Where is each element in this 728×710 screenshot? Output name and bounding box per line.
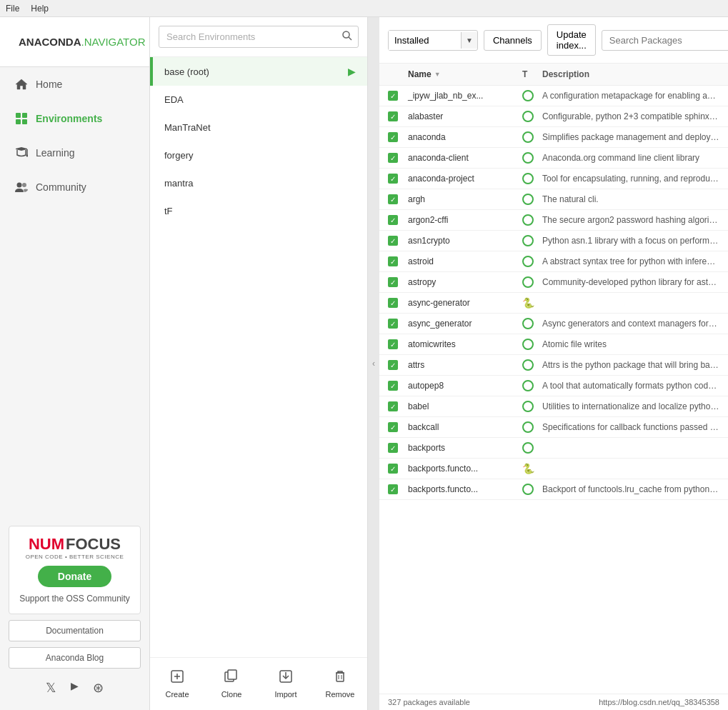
env-item-eda[interactable]: EDA xyxy=(150,86,367,114)
table-row: async-generator 🐍 xyxy=(379,293,728,314)
environments-panel: base (root) ▶ EDA ManTraNet forgery mant… xyxy=(150,17,368,710)
twitter-icon[interactable]: 𝕏 xyxy=(46,680,56,696)
env-item-label: ManTraNet xyxy=(164,122,356,133)
pkg-description: A configuration metapackage for enabling… xyxy=(542,91,719,101)
pkg-checkbox[interactable] xyxy=(388,381,408,391)
sidebar-item-community[interactable]: Community xyxy=(0,170,149,204)
menu-file[interactable]: File xyxy=(6,4,19,14)
channels-button[interactable]: Channels xyxy=(484,30,542,51)
pkg-checkbox[interactable] xyxy=(388,132,408,142)
pkg-description: Async generators and context managers fo… xyxy=(542,319,719,329)
header-name[interactable]: Name ▼ xyxy=(408,69,522,79)
env-search-button[interactable] xyxy=(336,26,358,47)
pkg-checkbox[interactable] xyxy=(388,153,408,163)
pkg-checkbox[interactable] xyxy=(388,422,408,432)
menu-help[interactable]: Help xyxy=(31,4,49,14)
environment-list: base (root) ▶ EDA ManTraNet forgery mant… xyxy=(150,57,367,657)
svg-rect-4 xyxy=(16,119,21,124)
create-env-button[interactable]: Create xyxy=(150,664,204,704)
env-item-label: base (root) xyxy=(164,66,348,77)
community-icon xyxy=(14,180,29,194)
env-search-area xyxy=(150,17,367,57)
pkg-checkbox[interactable] xyxy=(388,256,408,266)
sort-name-icon: ▼ xyxy=(434,71,441,78)
pkg-checkbox[interactable] xyxy=(388,484,408,494)
pkg-checkbox[interactable] xyxy=(388,194,408,204)
pkg-name: backports xyxy=(408,443,522,453)
pkg-type xyxy=(522,484,542,495)
pkg-description: Atomic file writes xyxy=(542,339,719,349)
pkg-description: Python asn.1 library with a focus on per… xyxy=(542,236,719,246)
pkg-checkbox[interactable] xyxy=(388,111,408,121)
env-item-tf[interactable]: tF xyxy=(150,197,367,225)
table-row: backports xyxy=(379,438,728,459)
pkg-name: asn1crypto xyxy=(408,236,522,246)
pkg-count-status: 327 packages available xyxy=(388,698,470,706)
pkg-name: backports.functo... xyxy=(408,464,522,474)
collapse-panel-button[interactable]: ‹ xyxy=(368,17,379,710)
sidebar-item-environments[interactable]: Environments xyxy=(0,101,149,136)
env-item-base[interactable]: base (root) ▶ xyxy=(150,57,367,86)
env-search-box xyxy=(159,26,359,48)
documentation-link[interactable]: Documentation xyxy=(9,620,141,641)
pkg-checkbox[interactable] xyxy=(388,443,408,453)
env-item-forgery[interactable]: forgery xyxy=(150,141,367,169)
environments-icon xyxy=(14,111,29,126)
clone-label: Clone xyxy=(221,690,242,699)
import-svg-icon xyxy=(279,669,293,684)
filter-select-container: Installed Not Installed Updatable Select… xyxy=(388,30,478,51)
menubar: File Help xyxy=(0,0,728,17)
table-row: astroid A abstract syntax tree for pytho… xyxy=(379,251,728,272)
remove-env-button[interactable]: Remove xyxy=(313,664,367,704)
sidebar-item-learning[interactable]: Learning xyxy=(0,136,149,170)
pkg-description: Anaconda.org command line client library xyxy=(542,153,719,163)
pkg-checkbox[interactable] xyxy=(388,319,408,329)
packages-panel: Installed Not Installed Updatable Select… xyxy=(379,17,728,710)
env-item-mantra[interactable]: mantra xyxy=(150,169,367,197)
numfocus-focus: FOCUS xyxy=(66,535,121,554)
clone-env-button[interactable]: Clone xyxy=(204,664,259,704)
pkg-description: Configurable, python 2+3 compatible sphi… xyxy=(542,111,719,121)
pkg-checkbox[interactable] xyxy=(388,277,408,287)
table-row: anaconda-project Tool for encapsulating,… xyxy=(379,169,728,189)
pkg-name: anaconda xyxy=(408,132,522,142)
sidebar-item-home[interactable]: Home xyxy=(0,67,149,101)
pkg-checkbox[interactable] xyxy=(388,360,408,370)
svg-point-8 xyxy=(17,183,22,188)
pkg-checkbox[interactable] xyxy=(388,236,408,246)
update-index-button[interactable]: Update index... xyxy=(547,24,596,56)
donate-button[interactable]: Donate xyxy=(38,566,111,587)
pkg-name: autopep8 xyxy=(408,381,522,391)
pkg-checkbox[interactable] xyxy=(388,401,408,411)
support-text: Support the OSS Community xyxy=(19,593,130,605)
table-row: attrs Attrs is the python package that w… xyxy=(379,355,728,376)
pkg-checkbox[interactable] xyxy=(388,215,408,225)
header-type: T xyxy=(522,69,542,79)
table-row: autopep8 A tool that automatically forma… xyxy=(379,376,728,396)
filter-dropdown-select[interactable]: Installed Not Installed Updatable Select… xyxy=(389,31,461,50)
pkg-checkbox[interactable] xyxy=(388,91,408,101)
filter-dropdown-arrow[interactable]: ▼ xyxy=(461,32,477,49)
pkg-description: Utilities to internationalize and locali… xyxy=(542,401,719,411)
anaconda-blog-link[interactable]: Anaconda Blog xyxy=(9,647,141,669)
home-icon xyxy=(14,77,29,91)
env-item-label: tF xyxy=(164,206,356,216)
env-item-mantranet[interactable]: ManTraNet xyxy=(150,114,367,141)
pkg-name: _ipyw_jlab_nb_ex... xyxy=(408,91,522,101)
pkg-name: attrs xyxy=(408,360,522,370)
table-row: argh The natural cli. xyxy=(379,189,728,210)
pkg-checkbox[interactable] xyxy=(388,339,408,349)
youtube-icon[interactable]: ▶ xyxy=(71,680,79,696)
github-icon[interactable]: ⊛ xyxy=(93,680,104,696)
remove-icon xyxy=(333,669,347,687)
pkg-checkbox[interactable] xyxy=(388,174,408,184)
pkg-type xyxy=(522,380,542,391)
search-packages-input[interactable] xyxy=(602,30,728,51)
import-env-button[interactable]: Import xyxy=(259,664,313,704)
pkg-checkbox[interactable] xyxy=(388,464,408,474)
clone-svg-icon xyxy=(224,669,239,684)
pkg-description: The secure argon2 password hashing algor… xyxy=(542,215,719,225)
pkg-type xyxy=(522,173,542,184)
pkg-checkbox[interactable] xyxy=(388,298,408,308)
search-environments-input[interactable] xyxy=(159,27,336,46)
